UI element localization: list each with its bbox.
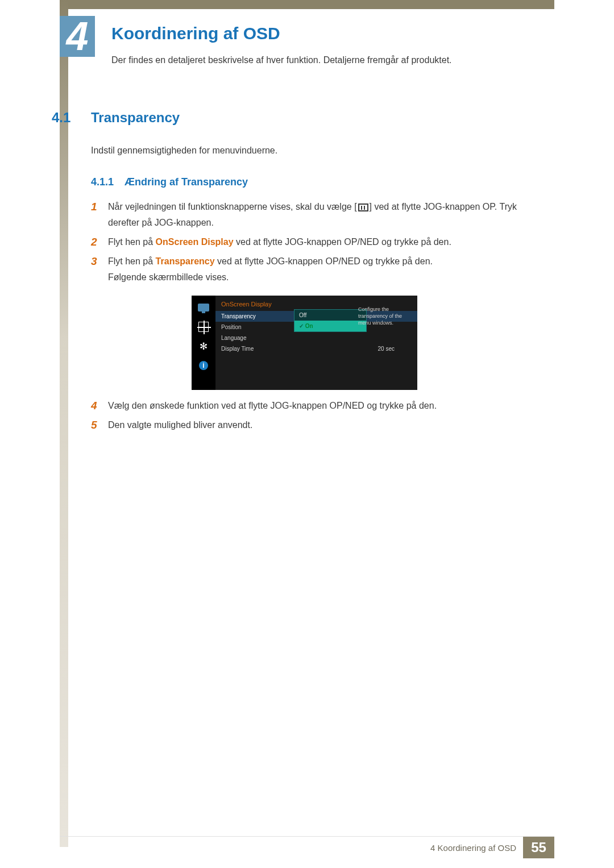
step-2-hot: OnScreen Display (156, 237, 234, 247)
position-icon (197, 322, 210, 332)
osd-label-display-time: Display Time (221, 346, 273, 352)
osd-sidebar: ✻ i (192, 296, 215, 390)
section-intro: Indstil gennemsigtigheden for menuvindue… (91, 146, 277, 156)
step-3-text: Flyt hen på Transparency ved at flytte J… (108, 254, 433, 285)
step-5-number: 5 (91, 417, 108, 433)
chapter-intro: Der findes en detaljeret beskrivelse af … (111, 55, 452, 65)
step-1: 1 Når vejledningen til funktionsknappern… (91, 199, 546, 231)
steps-group-b: 4 Vælg den ønskede funktion ved at flytt… (91, 398, 546, 437)
footer-text: 4 Koordinering af OSD (430, 843, 516, 853)
picture-icon (197, 302, 210, 313)
osd-options-popup: Off On (294, 309, 367, 332)
osd-description: Configure the transparency of the menu w… (358, 306, 413, 326)
step-4-text: Vælg den ønskede funktion ved at flytte … (108, 398, 437, 414)
step-2-b: ved at flytte JOG-knappen OP/NED og tryk… (234, 237, 451, 247)
step-3-a: Flyt hen på (108, 256, 156, 266)
steps-group-a: 1 Når vejledningen til funktionsknappern… (91, 199, 546, 289)
step-3-c: Følgende skærmbillede vises. (108, 272, 229, 282)
subsection-title: Ændring af Transparency (125, 176, 248, 188)
osd-item-language: Language (215, 333, 417, 343)
osd-item-display-time: Display Time 20 sec (215, 343, 417, 354)
osd-label-transparency: Transparency (221, 313, 273, 319)
step-5-text: Den valgte mulighed bliver anvendt. (108, 417, 252, 433)
footer-divider (60, 836, 554, 837)
step-2-text: Flyt hen på OnScreen Display ved at flyt… (108, 234, 451, 250)
step-1-part-a: Når vejledningen til funktionsknapperne … (108, 202, 357, 211)
subsection-number: 4.1.1 (91, 176, 114, 188)
top-stripe (60, 0, 554, 9)
section-number: 4.1 (52, 110, 70, 126)
step-3-hot: Transparency (156, 256, 215, 266)
gear-icon: ✻ (197, 341, 210, 351)
osd-main: OnScreen Display Transparency Position L… (215, 296, 417, 390)
page-number-badge: 55 (523, 837, 554, 858)
osd-option-on: On (294, 321, 366, 331)
step-4-number: 4 (91, 398, 108, 414)
osd-label-language: Language (221, 335, 273, 341)
step-3: 3 Flyt hen på Transparency ved at flytte… (91, 254, 546, 285)
step-2: 2 Flyt hen på OnScreen Display ved at fl… (91, 234, 546, 250)
osd-value-display-time: 20 sec (273, 346, 412, 352)
osd-option-off: Off (294, 310, 366, 321)
chapter-title: Koordinering af OSD (111, 24, 280, 43)
osd-screenshot: ✻ i OnScreen Display Transparency Positi… (192, 296, 417, 390)
step-3-b: ved at flytte JOG-knappen OP/NED og tryk… (215, 256, 433, 266)
step-2-number: 2 (91, 234, 108, 250)
osd-label-position: Position (221, 324, 273, 330)
step-1-number: 1 (91, 199, 108, 215)
chapter-number-badge: 4 (60, 16, 95, 57)
section-title: Transparency (91, 110, 180, 126)
step-2-a: Flyt hen på (108, 237, 156, 247)
info-icon: i (197, 360, 210, 371)
step-4: 4 Vælg den ønskede funktion ved at flytt… (91, 398, 546, 414)
step-5: 5 Den valgte mulighed bliver anvendt. (91, 417, 546, 433)
step-1-text: Når vejledningen til funktionsknapperne … (108, 199, 546, 231)
left-stripe (60, 0, 68, 847)
menu-icon (358, 203, 368, 211)
step-3-number: 3 (91, 254, 108, 269)
